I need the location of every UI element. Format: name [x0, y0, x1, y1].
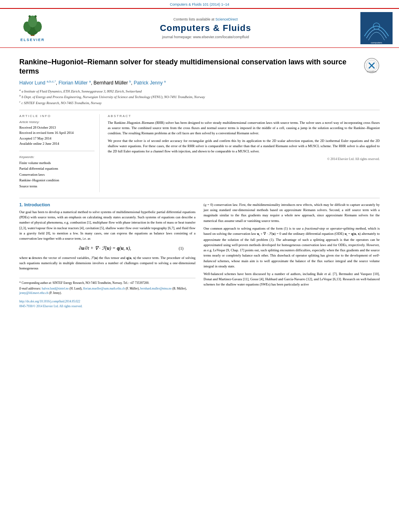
sciencedirect-text: Contents lists available at: [173, 17, 216, 21]
svg-text:CrossMark: CrossMark: [367, 70, 377, 73]
journal-thumbnail: computers & fluids: [360, 12, 393, 44]
article-title: Rankine–Hugoniot–Riemann solver for stea…: [19, 58, 357, 76]
top-link-text: Computers & Fluids 101 (2014) 1–14: [170, 2, 229, 6]
section1-title: 1. Introduction: [19, 202, 195, 207]
intro-p1: Our goal has been to develop a numerical…: [19, 210, 195, 241]
equation-1-number: (1): [179, 246, 183, 251]
doi-link: http://dx.doi.org/10.1016/j.compfluid.20…: [19, 299, 195, 304]
email-halvor: halvor.lund@sintef.no: [42, 287, 69, 290]
available-date: Available online 2 June 2014: [19, 141, 95, 147]
email-label: E-mail addresses:: [19, 287, 42, 290]
doi-text: http://dx.doi.org/10.1016/j.compfluid.20…: [19, 300, 80, 303]
elsevier-logo: ELSEVIER: [6, 15, 59, 42]
crossmark: CrossMark: [364, 58, 380, 74]
section1-body2: where u denotes the vector of conserved …: [19, 255, 195, 271]
issn-line: 0045-7930/© 2014 Elsevier Ltd. All right…: [19, 304, 195, 309]
divider-keywords: [19, 151, 95, 151]
author-florian-sup: a: [89, 80, 90, 83]
journal-top-link: Computers & Fluids 101 (2014) 1–14: [0, 2, 399, 6]
author-bernhard: Bernhard Müller: [94, 80, 128, 86]
right-p3: Well-balanced schemes have been discusse…: [204, 271, 380, 288]
corresponding-text: * Corresponding author at: SINTEF Energy…: [19, 281, 149, 285]
svg-point-7: [29, 15, 31, 17]
svg-rect-9: [360, 12, 393, 44]
affiliation-b-text: b Dept. of Energy and Process Engineerin…: [22, 95, 205, 99]
email-patrick: jenny@ifd.mavt.ethz.ch: [19, 291, 48, 295]
abstract-p1: The Rankine–Hugoniot–Riemann (RHR) solve…: [108, 120, 380, 136]
article-info-heading: ARTICLE INFO: [19, 114, 95, 118]
article-body: Rankine–Hugoniot–Riemann solver for stea…: [0, 48, 399, 315]
author-halvor-sup: a,b,c,*: [47, 80, 56, 83]
main-left: 1. Introduction Our goal has been to dev…: [19, 202, 195, 309]
history-label: Article history:: [19, 120, 95, 124]
keyword-5: Source terms: [19, 183, 95, 189]
authors-line: Halvor Lund a,b,c,*, Florian Müller a, B…: [19, 80, 380, 86]
keywords-block: Keywords: Finite volume methods Partial …: [19, 155, 95, 189]
intro-p2: where u denotes the vector of conserved …: [19, 255, 195, 271]
abstract-column: ABSTRACT The Rankine–Hugoniot–Riemann (R…: [108, 114, 380, 193]
article-info-abstract: ARTICLE INFO Article history: Received 2…: [19, 114, 380, 193]
footer-links: http://dx.doi.org/10.1016/j.compfluid.20…: [19, 299, 195, 309]
affiliation-c: c c SINTEF Energy Research, NO-7465 Tron…: [19, 100, 380, 106]
affiliations: a a Institute of Fluid Dynamics, ETH Zür…: [19, 88, 380, 106]
banner-right: computers & fluids: [352, 12, 393, 44]
abstract-text: The Rankine–Hugoniot–Riemann (RHR) solve…: [108, 120, 380, 162]
affiliation-a: a a Institute of Fluid Dynamics, ETH Zür…: [19, 88, 380, 94]
page: Computers & Fluids 101 (2014) 1–14 ELSEV…: [0, 0, 399, 532]
journal-header: Computers & Fluids 101 (2014) 1–14 ELSEV…: [0, 0, 399, 48]
right-p2: One common approach to solving equations…: [204, 226, 380, 269]
main-right: (q = 0) conservation law. First, the mul…: [204, 202, 380, 309]
article-info-column: ARTICLE INFO Article history: Received 2…: [19, 114, 100, 193]
divider-1: [19, 110, 380, 110]
footnote-corresponding: * Corresponding author at: SINTEF Energy…: [19, 281, 195, 285]
article-history: Article history: Received 28 October 201…: [19, 120, 95, 147]
journal-homepage: journal homepage: www.elsevier.com/locat…: [59, 35, 352, 39]
section1-right-body: (q = 0) conservation law. First, the mul…: [204, 202, 380, 287]
affiliation-c-text: c SINTEF Energy Research, NO-7465 Trondh…: [21, 101, 101, 105]
author-halvor: Halvor Lund: [19, 80, 45, 86]
abstract-heading: ABSTRACT: [108, 114, 380, 118]
right-p1: (q = 0) conservation law. First, the mul…: [204, 202, 380, 224]
equation-1-block: ∂u/∂t + ∇ · ℱ(u) = q(u, x), (1): [31, 245, 183, 251]
received-date: Received 28 October 2013: [19, 125, 95, 131]
article-title-section: Rankine–Hugoniot–Riemann solver for stea…: [19, 58, 380, 76]
svg-text:computers: computers: [371, 41, 382, 44]
keyword-2: Partial differential equations: [19, 166, 95, 171]
abstract-copyright: © 2014 Elsevier Ltd. All rights reserved…: [108, 157, 380, 162]
section1-body: Our goal has been to develop a numerical…: [19, 210, 195, 241]
main-content: 1. Introduction Our goal has been to dev…: [19, 202, 380, 309]
elsevier-label: ELSEVIER: [21, 38, 45, 42]
keyword-3: Conservation laws: [19, 172, 95, 177]
author-patrick-sup: a: [164, 80, 166, 83]
abstract-p2: We prove that the solver is of second or…: [108, 138, 380, 154]
keywords-label: Keywords:: [19, 155, 95, 159]
author-florian: Florian Müller: [58, 80, 88, 86]
equation-1: ∂u/∂t + ∇ · ℱ(u) = q(u, x),: [31, 245, 179, 251]
footnotes: * Corresponding author at: SINTEF Energy…: [19, 278, 195, 296]
journal-title: Computers & Fluids: [59, 23, 352, 33]
email-bernhard: bernhard.muller@ntnu.no: [140, 287, 172, 290]
elsevier-tree-icon: [16, 15, 49, 37]
email-florian: florian.mueller@sam.math.ethz.ch: [83, 287, 125, 290]
author-bernhard-sup: b: [129, 80, 131, 83]
svg-point-8: [35, 15, 37, 17]
divider-2: [19, 198, 380, 198]
journal-cover-icon: computers & fluids: [360, 12, 393, 44]
journal-banner: ELSEVIER Contents lists available at Sci…: [0, 8, 399, 48]
footnote-emails: E-mail addresses: halvor.lund@sintef.no …: [19, 286, 195, 296]
revised-date: Received in revised form 16 April 2014: [19, 130, 95, 136]
banner-center: Contents lists available at ScienceDirec…: [59, 17, 352, 39]
affiliation-b: b b Dept. of Energy and Process Engineer…: [19, 94, 380, 100]
crossmark-icon: CrossMark: [364, 58, 380, 74]
sciencedirect-label: ScienceDirect: [216, 17, 238, 21]
author-patrick: Patrick Jenny: [134, 80, 162, 86]
accepted-date: Accepted 17 May 2014: [19, 136, 95, 142]
keywords-list: Finite volume methods Partial differenti…: [19, 160, 95, 189]
keyword-1: Finite volume methods: [19, 160, 95, 166]
sciencedirect-link: Contents lists available at ScienceDirec…: [59, 17, 352, 21]
affiliation-a-text: a Institute of Fluid Dynamics, ETH Züric…: [22, 89, 142, 93]
keyword-4: Rankine–Hugoniot condition: [19, 177, 95, 183]
